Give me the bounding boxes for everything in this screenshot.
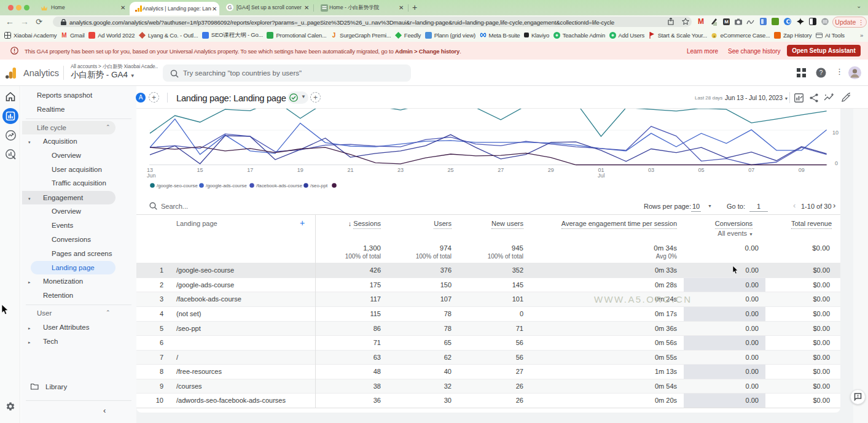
svg-text:05: 05 <box>698 167 705 173</box>
svg-text:Jun: Jun <box>147 173 156 179</box>
svg-text:/google-ads-course: /google-ads-course <box>206 183 247 188</box>
svg-text:G: G <box>227 4 232 10</box>
svg-text:19: 19 <box>297 167 303 173</box>
svg-text:/seo-ppt: /seo-ppt <box>310 183 328 188</box>
svg-text:10: 10 <box>832 130 839 136</box>
svg-text:/google-seo-course: /google-seo-course <box>157 183 198 188</box>
svg-text:/facebook-ads-course: /facebook-ads-course <box>256 183 302 188</box>
svg-text:15: 15 <box>197 167 203 173</box>
svg-text:29: 29 <box>548 167 554 173</box>
svg-text:07: 07 <box>748 167 754 173</box>
svg-text:27: 27 <box>498 167 504 173</box>
svg-text:Jul: Jul <box>598 173 605 179</box>
svg-text:25: 25 <box>448 167 454 173</box>
svg-text:23: 23 <box>397 167 404 173</box>
svg-text:09: 09 <box>799 167 805 173</box>
svg-text:?: ? <box>819 69 823 76</box>
svg-text:17: 17 <box>247 167 253 173</box>
svg-text:03: 03 <box>648 167 654 173</box>
svg-text:21: 21 <box>347 167 353 173</box>
svg-text:0: 0 <box>835 160 838 166</box>
